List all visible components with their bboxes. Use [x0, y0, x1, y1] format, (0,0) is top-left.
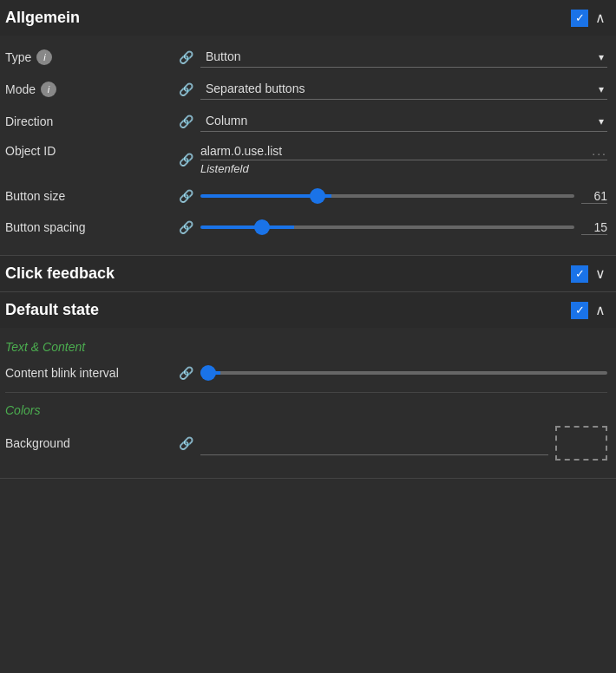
defaultstate-controls: ✓ ∧	[571, 302, 607, 319]
allgemein-section: Allgemein ✓ ∧ Type i 🔗 Button ▾	[0, 0, 616, 256]
buttonsize-link-icon[interactable]: 🔗	[179, 189, 193, 203]
clickfeedback-title: Click feedback	[5, 265, 115, 283]
background-control: 🔗	[179, 426, 607, 461]
text-content-label: Text & Content	[5, 333, 607, 357]
buttonsize-label-wrap: Button size	[5, 189, 179, 203]
mode-dropdown[interactable]: Separated buttons	[200, 78, 607, 100]
mode-label-wrap: Mode i	[5, 82, 179, 97]
allgemein-body: Type i 🔗 Button ▾ Mode i 🔗	[0, 36, 616, 255]
buttonspacing-control: 🔗 15	[179, 220, 607, 235]
objectid-control: 🔗 alarm.0.use.list ... Listenfeld	[179, 144, 607, 175]
background-label: Background	[5, 436, 70, 450]
objectid-link-icon[interactable]: 🔗	[179, 153, 193, 167]
buttonspacing-link-icon[interactable]: 🔗	[179, 220, 193, 234]
background-color-swatch[interactable]	[555, 426, 607, 461]
direction-control: 🔗 Column ▾	[179, 110, 607, 132]
buttonspacing-row: Button spacing 🔗 15	[5, 212, 607, 243]
defaultstate-collapse-btn[interactable]: ∧	[593, 302, 607, 318]
type-dropdown-wrap: Button ▾	[200, 46, 607, 68]
blink-slider[interactable]	[200, 371, 607, 375]
defaultstate-body: Text & Content Content blink interval 🔗 …	[0, 328, 616, 478]
type-control: 🔗 Button ▾	[179, 46, 607, 68]
allgemein-controls: ✓ ∧	[571, 10, 607, 27]
mode-row: Mode i 🔗 Separated buttons ▾	[5, 73, 607, 105]
type-label-wrap: Type i	[5, 49, 179, 65]
background-link-icon[interactable]: 🔗	[179, 436, 193, 450]
objectid-label-wrap: Object ID	[5, 144, 179, 158]
direction-label-wrap: Direction	[5, 114, 179, 128]
mode-link-icon[interactable]: 🔗	[179, 82, 193, 96]
blink-slider-wrap	[200, 371, 607, 375]
objectid-block: alarm.0.use.list ... Listenfeld	[200, 144, 607, 175]
colors-divider	[5, 392, 607, 393]
objectid-dots-btn[interactable]: ...	[592, 144, 607, 158]
direction-label: Direction	[5, 114, 53, 128]
direction-link-icon[interactable]: 🔗	[179, 114, 193, 128]
allgemein-header: Allgemein ✓ ∧	[0, 0, 616, 36]
buttonsize-label: Button size	[5, 189, 65, 203]
background-input-wrap	[200, 431, 548, 455]
buttonspacing-slider[interactable]	[200, 225, 574, 229]
blink-row: Content blink interval 🔗	[5, 357, 607, 389]
buttonsize-slider[interactable]	[200, 194, 574, 198]
blink-link-icon[interactable]: 🔗	[179, 366, 193, 380]
clickfeedback-header: Click feedback ✓ ∨	[0, 256, 616, 291]
objectid-value-row: alarm.0.use.list ...	[200, 144, 607, 160]
direction-dropdown[interactable]: Column	[200, 110, 607, 132]
background-row: Background 🔗	[5, 421, 607, 466]
type-link-icon[interactable]: 🔗	[179, 50, 193, 64]
blink-control: 🔗	[179, 366, 607, 380]
direction-row: Direction 🔗 Column ▾	[5, 105, 607, 137]
defaultstate-header: Default state ✓ ∧	[0, 292, 616, 328]
clickfeedback-section: Click feedback ✓ ∨	[0, 256, 616, 292]
type-dropdown[interactable]: Button	[200, 46, 607, 68]
direction-dropdown-wrap: Column ▾	[200, 110, 607, 132]
type-info-icon[interactable]: i	[36, 49, 52, 65]
buttonsize-control: 🔗 61	[179, 189, 607, 204]
defaultstate-checkbox[interactable]: ✓	[571, 302, 588, 319]
defaultstate-title: Default state	[5, 301, 99, 319]
buttonspacing-label: Button spacing	[5, 220, 86, 234]
background-label-wrap: Background	[5, 436, 179, 450]
clickfeedback-checkbox[interactable]: ✓	[571, 265, 588, 283]
objectid-value: alarm.0.use.list	[200, 144, 282, 158]
blink-label: Content blink interval	[5, 366, 119, 380]
objectid-label: Object ID	[5, 144, 56, 158]
type-row: Type i 🔗 Button ▾	[5, 41, 607, 73]
mode-label: Mode	[5, 82, 36, 96]
blink-label-wrap: Content blink interval	[5, 366, 179, 380]
buttonsize-row: Button size 🔗 61	[5, 180, 607, 212]
defaultstate-section: Default state ✓ ∧ Text & Content Content…	[0, 292, 616, 479]
objectid-row: Object ID 🔗 alarm.0.use.list ... Listenf…	[5, 137, 607, 180]
mode-dropdown-wrap: Separated buttons ▾	[200, 78, 607, 100]
allgemein-checkbox[interactable]: ✓	[571, 10, 588, 27]
objectid-type: Listenfeld	[200, 162, 607, 175]
clickfeedback-collapse-btn[interactable]: ∨	[593, 265, 607, 282]
colors-label: Colors	[5, 396, 607, 421]
allgemein-title: Allgemein	[5, 9, 80, 27]
buttonspacing-value: 15	[581, 220, 607, 235]
allgemein-collapse-btn[interactable]: ∧	[593, 10, 607, 26]
buttonsize-value: 61	[581, 189, 607, 204]
buttonspacing-label-wrap: Button spacing	[5, 220, 179, 234]
buttonsize-slider-wrap: 61	[200, 189, 607, 204]
clickfeedback-controls: ✓ ∨	[571, 265, 607, 283]
buttonspacing-slider-wrap: 15	[200, 220, 607, 235]
mode-info-icon[interactable]: i	[41, 82, 56, 97]
type-label: Type	[5, 50, 31, 64]
mode-control: 🔗 Separated buttons ▾	[179, 78, 607, 100]
